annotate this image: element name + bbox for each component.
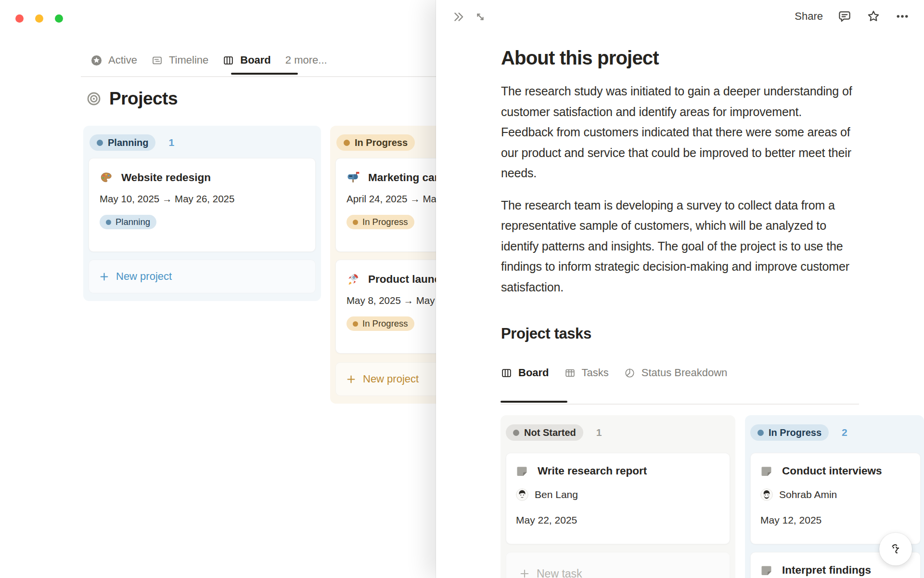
tabs-divider: [81, 76, 436, 77]
peek-nav-left: [452, 10, 487, 24]
board-icon: [501, 368, 512, 379]
tab-label: Board: [240, 54, 271, 66]
target-icon: [87, 92, 101, 106]
project-tasks-heading: Project tasks: [501, 324, 861, 343]
status-label: In Progress: [769, 427, 821, 438]
new-project-label: New project: [116, 270, 172, 283]
about-paragraph-1: The research study was initiated to gain…: [501, 81, 854, 184]
assignee-row: Ben Lang: [516, 488, 720, 501]
card-title: Website redesign: [121, 171, 211, 184]
project-card-website-redesign[interactable]: Website redesign May 10, 2025 → May 26, …: [89, 158, 316, 252]
close-window-button[interactable]: [15, 14, 24, 23]
status-pill-not-started[interactable]: Not Started: [506, 424, 583, 441]
table-icon: [565, 368, 576, 379]
pie-icon: [624, 368, 635, 379]
card-status-tag: In Progress: [346, 215, 414, 229]
status-pill-in-progress[interactable]: In Progress: [336, 134, 415, 151]
tab-board[interactable]: Board: [223, 54, 271, 66]
tag-label: In Progress: [362, 217, 408, 227]
tab-tasks-table[interactable]: Tasks: [565, 367, 609, 379]
notion-ai-face-icon: [887, 540, 904, 558]
tabs-divider: [500, 404, 859, 405]
peek-panel: Share About this project The research st…: [436, 0, 924, 578]
tab-label: Timeline: [169, 54, 208, 66]
assignee-row: Sohrab Amin: [760, 488, 911, 501]
expand-diagonal-icon[interactable]: [474, 10, 487, 24]
card-title: Interpret findings: [782, 564, 871, 577]
card-status-tag: In Progress: [346, 316, 414, 331]
column-count: 1: [596, 427, 602, 438]
favorite-star-icon[interactable]: [866, 9, 881, 24]
status-dot: [513, 430, 519, 436]
new-project-button-planning[interactable]: New project: [89, 260, 316, 293]
card-date-range: May 10, 2025 → May 26, 2025: [100, 193, 305, 205]
status-pill-planning[interactable]: Planning: [90, 134, 155, 151]
task-card-conduct-interviews[interactable]: Conduct interviews Sohrab Amin May 12, 2…: [750, 453, 921, 544]
status-dot: [757, 430, 764, 436]
app-window: Active Timeline Board 2 more... Projects: [0, 0, 924, 578]
tag-label: Planning: [116, 217, 150, 227]
status-label: Not Started: [524, 427, 576, 438]
tab-label: Board: [518, 367, 549, 379]
palette-icon: [100, 171, 113, 184]
tab-label: 2 more...: [285, 54, 327, 66]
tab-tasks-board[interactable]: Board: [501, 367, 549, 379]
tab-active[interactable]: Active: [91, 54, 137, 66]
avatar-ben-lang: [516, 488, 528, 501]
active-tab-underline: [231, 73, 298, 75]
card-title: Conduct interviews: [782, 465, 882, 477]
about-paragraph-2: The research team is developing a survey…: [501, 195, 854, 298]
status-dot: [353, 321, 358, 327]
board-icon: [223, 55, 234, 66]
mailbox-icon: [346, 171, 359, 184]
column-header: Planning 1: [88, 126, 316, 158]
tab-status-breakdown[interactable]: Status Breakdown: [624, 367, 728, 379]
avatar-sohrab-amin: [760, 488, 773, 501]
status-dot: [353, 220, 358, 225]
status-pill-in-progress[interactable]: In Progress: [750, 424, 829, 441]
tab-label: Active: [108, 54, 137, 66]
ellipsis-icon[interactable]: [895, 9, 910, 24]
column-count: 2: [842, 427, 847, 438]
task-note-icon: [760, 565, 772, 577]
task-note-icon: [760, 465, 772, 477]
plus-icon: [520, 569, 529, 578]
timeline-icon: [152, 55, 163, 66]
active-tab-underline: [500, 401, 567, 403]
plus-icon: [100, 272, 109, 281]
double-chevron-right-icon[interactable]: [452, 10, 465, 24]
database-view-tabs: Active Timeline Board 2 more...: [91, 50, 327, 71]
star-circle-icon: [91, 55, 102, 66]
page-header: Projects: [87, 89, 178, 109]
tasks-view-tabs: Board Tasks Status Breakdown: [501, 362, 861, 383]
status-label: In Progress: [355, 137, 408, 148]
about-heading: About this project: [501, 46, 861, 69]
window-controls: [15, 14, 63, 23]
task-date: May 22, 2025: [516, 514, 720, 526]
notion-ai-button[interactable]: [879, 533, 912, 565]
column-count: 1: [168, 137, 174, 148]
tasks-column-not-started: Not Started 1 Write research report Ben …: [500, 415, 735, 578]
tab-timeline[interactable]: Timeline: [152, 54, 208, 66]
new-task-label: New task: [537, 567, 582, 578]
task-date: May 12, 2025: [760, 514, 911, 526]
status-dot: [97, 140, 103, 146]
zoom-window-button[interactable]: [55, 14, 63, 23]
card-status-tag: Planning: [100, 215, 156, 229]
new-task-button[interactable]: New task: [506, 552, 730, 578]
status-dot: [344, 140, 350, 146]
minimize-window-button[interactable]: [35, 14, 43, 23]
tab-label: Status Breakdown: [642, 367, 728, 379]
task-card-write-research-report[interactable]: Write research report Ben Lang May 22, 2…: [506, 453, 730, 544]
new-project-label: New project: [363, 373, 419, 385]
page-title: Projects: [109, 89, 178, 109]
assignee-name: Ben Lang: [535, 489, 578, 500]
peek-content: About this project The research study wa…: [501, 0, 861, 383]
card-title: Write research report: [538, 465, 647, 477]
tab-more-views[interactable]: 2 more...: [285, 54, 327, 66]
card-title: Product launch: [368, 273, 447, 286]
tag-label: In Progress: [362, 318, 408, 329]
column-header: Not Started 1: [505, 415, 731, 441]
tab-label: Tasks: [582, 367, 609, 379]
plus-icon: [346, 375, 356, 384]
